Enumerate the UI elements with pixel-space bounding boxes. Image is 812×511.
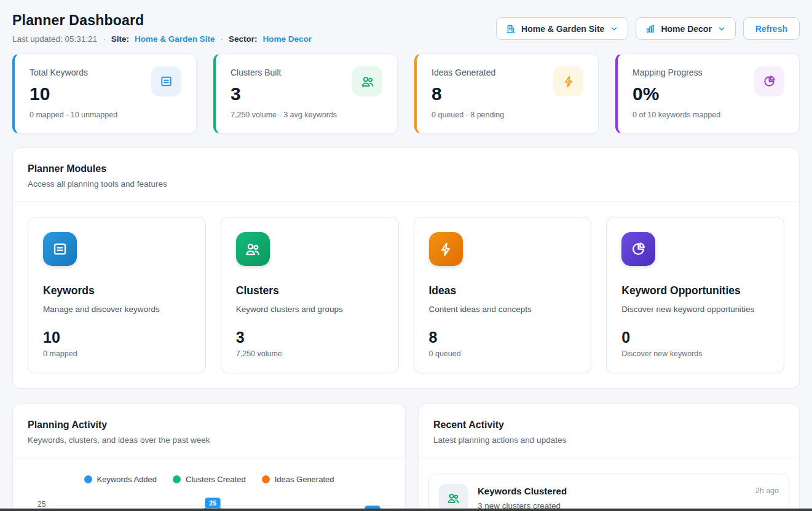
- stat-card-mapping-progress: Mapping Progress 0% 0 of 10 keywords map…: [615, 53, 800, 134]
- module-value: 10: [43, 329, 191, 346]
- planning-activity-header: Planning Activity Keywords, clusters, an…: [13, 404, 405, 458]
- module-description: Content ideas and concepts: [429, 305, 577, 314]
- y-axis-tick: 25: [37, 500, 45, 509]
- planning-activity-panel: Planning Activity Keywords, clusters, an…: [12, 404, 406, 511]
- stat-subtext: 7,250 volume · 3 avg keywords: [231, 111, 382, 119]
- planning-activity-chart: Keywords Added Clusters Created Ideas Ge…: [13, 458, 405, 511]
- planner-modules-section: Planner Modules Access all planning tool…: [12, 147, 800, 389]
- stat-subtext: 0 queued · 8 pending: [432, 111, 583, 119]
- site-dropdown-label: Home & Garden Site: [521, 24, 604, 34]
- building-icon: [506, 24, 516, 34]
- data-label-badge: 25: [205, 497, 221, 509]
- document-icon: [151, 66, 181, 96]
- sector-dropdown-button[interactable]: Home Decor: [636, 17, 735, 40]
- list-item: Keywords Clustered 3 new clusters create…: [428, 474, 789, 511]
- page-header: Planner Dashboard Last updated: 05:31:21…: [12, 12, 800, 44]
- stat-card-clusters-built: Clusters Built 3 7,250 volume · 3 avg ke…: [213, 53, 398, 134]
- meta-separator: ·: [220, 34, 223, 44]
- recent-activity-header: Recent Activity Latest planning actions …: [419, 404, 799, 458]
- section-title: Planning Activity: [28, 419, 390, 431]
- module-card-keyword-opportunities[interactable]: Keyword Opportunities Discover new keywo…: [606, 217, 784, 373]
- users-icon: [236, 232, 270, 266]
- lightning-icon: [429, 232, 463, 266]
- sector-dropdown-label: Home Decor: [661, 24, 711, 34]
- section-title: Planner Modules: [28, 163, 784, 174]
- module-title: Keywords: [43, 284, 191, 297]
- module-description: Manage and discover keywords: [43, 305, 191, 314]
- stat-card-total-keywords: Total Keywords 10 0 mapped · 10 unmapped: [12, 53, 197, 134]
- section-title: Recent Activity: [433, 419, 784, 431]
- sector-link[interactable]: Home Decor: [262, 34, 312, 44]
- module-subtext: Discover new keywords: [621, 349, 769, 358]
- bar-chart-icon: [645, 24, 655, 34]
- recent-activity-panel: Recent Activity Latest planning actions …: [418, 404, 800, 511]
- users-icon: [352, 66, 382, 96]
- screen-edge-bar: [0, 509, 812, 511]
- section-subtitle: Access all planning tools and features: [28, 179, 784, 189]
- page-title: Planner Dashboard: [12, 12, 312, 29]
- chevron-down-icon: [717, 25, 726, 33]
- module-value: 0: [621, 329, 769, 346]
- activity-timestamp: 2h ago: [755, 486, 779, 495]
- meta-separator: ·: [103, 34, 106, 44]
- lightning-icon: [553, 66, 583, 96]
- module-subtext: 7,250 volume: [236, 349, 384, 358]
- modules-grid: Keywords Manage and discover keywords 10…: [13, 202, 799, 388]
- chevron-down-icon: [610, 25, 618, 33]
- pie-chart-icon: [754, 66, 784, 96]
- module-value: 3: [236, 329, 384, 346]
- activity-list: Keywords Clustered 3 new clusters create…: [419, 458, 799, 511]
- bottom-row: Planning Activity Keywords, clusters, an…: [12, 404, 800, 511]
- site-dropdown-button[interactable]: Home & Garden Site: [496, 17, 628, 40]
- section-subtitle: Keywords, clusters, and ideas over the p…: [28, 435, 390, 445]
- module-subtext: 0 queued: [429, 349, 577, 358]
- module-card-keywords[interactable]: Keywords Manage and discover keywords 10…: [28, 217, 206, 373]
- page-meta: Last updated: 05:31:21 · Site: Home & Ga…: [12, 34, 312, 44]
- module-description: Keyword clusters and groups: [236, 305, 384, 314]
- sector-label: Sector:: [229, 34, 258, 44]
- activity-body: Keywords Clustered 3 new clusters create…: [478, 484, 746, 510]
- site-label: Site:: [111, 34, 129, 44]
- users-icon: [439, 484, 468, 511]
- module-title: Ideas: [429, 284, 577, 297]
- area-chart-svg: [52, 466, 398, 511]
- module-value: 8: [429, 329, 577, 346]
- pie-chart-icon: [621, 232, 655, 266]
- module-card-ideas[interactable]: Ideas Content ideas and concepts 8 0 que…: [414, 217, 592, 373]
- planner-modules-header: Planner Modules Access all planning tool…: [13, 148, 799, 202]
- site-link[interactable]: Home & Garden Site: [135, 34, 215, 44]
- last-updated-text: Last updated: 05:31:21: [12, 34, 97, 44]
- document-icon: [43, 232, 77, 266]
- module-card-clusters[interactable]: Clusters Keyword clusters and groups 3 7…: [221, 217, 399, 373]
- stat-subtext: 0 mapped · 10 unmapped: [30, 111, 181, 119]
- section-subtitle: Latest planning actions and updates: [433, 435, 784, 445]
- module-title: Keyword Opportunities: [621, 284, 769, 297]
- stat-card-ideas-generated: Ideas Generated 8 0 queued · 8 pending: [414, 53, 599, 134]
- toolbar: Home & Garden Site Home Decor Refresh: [496, 17, 800, 40]
- activity-title: Keywords Clustered: [478, 486, 746, 496]
- refresh-button[interactable]: Refresh: [743, 17, 800, 40]
- stats-row: Total Keywords 10 0 mapped · 10 unmapped…: [12, 53, 800, 134]
- module-description: Discover new keyword opportunities: [621, 305, 769, 314]
- stat-subtext: 0 of 10 keywords mapped: [633, 111, 784, 119]
- module-title: Clusters: [236, 284, 384, 297]
- module-subtext: 0 mapped: [43, 349, 191, 358]
